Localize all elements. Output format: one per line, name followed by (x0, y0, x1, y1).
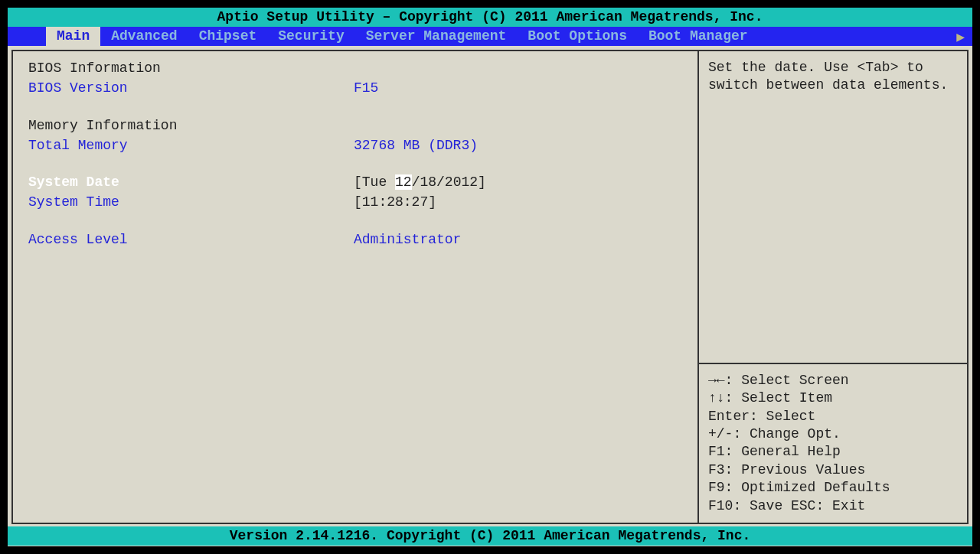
tab-chipset[interactable]: Chipset (188, 27, 268, 46)
tab-security[interactable]: Security (267, 27, 354, 46)
total-memory-value: 32768 MB (DDR3) (354, 136, 682, 155)
nav-help: →←: Select Screen ↑↓: Select Item Enter:… (699, 363, 967, 523)
access-level-value: Administrator (354, 230, 682, 249)
system-time-label[interactable]: System Time (28, 193, 354, 211)
nav-change-opt: +/-: Change Opt. (708, 425, 958, 443)
system-date-value[interactable]: [Tue 12/18/2012] (354, 173, 682, 191)
nav-f10-esc: F10: Save ESC: Exit (708, 497, 958, 515)
tab-advanced[interactable]: Advanced (100, 27, 188, 46)
nav-select-screen: →←: Select Screen (708, 372, 958, 389)
tab-scroll-right-icon[interactable]: ▶ (956, 28, 965, 45)
memory-info-heading: Memory Information (28, 116, 354, 135)
nav-f9: F9: Optimized Defaults (708, 479, 958, 497)
side-panel: Set the date. Use <Tab> to switch betwee… (699, 51, 967, 523)
tab-main[interactable]: Main (46, 27, 100, 46)
main-panel: BIOS Information BIOS Version F15 Memory… (13, 51, 699, 523)
bios-screen: Aptio Setup Utility – Copyright (C) 2011… (8, 8, 972, 546)
bios-info-heading: BIOS Information (28, 59, 354, 77)
nav-select-item: ↑↓: Select Item (708, 389, 958, 407)
tab-boot-options[interactable]: Boot Options (517, 27, 638, 46)
nav-f3: F3: Previous Values (708, 461, 958, 479)
system-date-month-field[interactable]: 12 (395, 174, 412, 190)
title-bar: Aptio Setup Utility – Copyright (C) 2011… (8, 8, 972, 27)
content-frame: BIOS Information BIOS Version F15 Memory… (11, 50, 969, 524)
tab-bar: Main Advanced Chipset Security Server Ma… (8, 27, 972, 46)
access-level-label: Access Level (28, 230, 354, 249)
help-text: Set the date. Use <Tab> to switch betwee… (699, 51, 967, 363)
bios-version-value: F15 (354, 79, 682, 97)
nav-enter: Enter: Select (708, 408, 958, 425)
nav-f1: F1: General Help (708, 443, 958, 461)
system-date-label[interactable]: System Date (28, 173, 354, 191)
system-time-value[interactable]: [11:28:27] (354, 193, 682, 211)
tab-boot-manager[interactable]: Boot Manager (638, 27, 759, 46)
total-memory-label: Total Memory (28, 136, 354, 155)
footer-text: Version 2.14.1216. Copyright (C) 2011 Am… (230, 528, 751, 543)
tab-server-management[interactable]: Server Management (355, 27, 518, 46)
title-text: Aptio Setup Utility – Copyright (C) 2011… (217, 9, 763, 24)
footer-bar: Version 2.14.1216. Copyright (C) 2011 Am… (8, 526, 972, 546)
bios-version-label: BIOS Version (28, 79, 354, 97)
